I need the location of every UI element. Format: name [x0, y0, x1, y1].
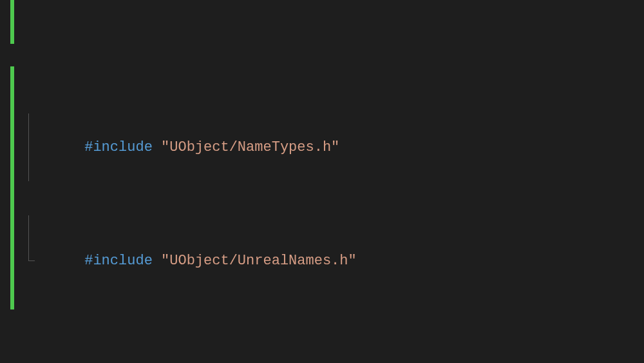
- diff-indicator-bar: [10, 0, 14, 44]
- code-line[interactable]: #include "UObject/NameTypes.h": [9, 136, 644, 159]
- include-path: "UObject/UnrealNames.h": [161, 253, 357, 269]
- code-line[interactable]: #include "UObject/UnrealNames.h": [9, 250, 644, 272]
- bracket-guide-end: [28, 260, 35, 261]
- gutter: [9, 215, 28, 306]
- gutter: [9, 113, 28, 182]
- bracket-guide: [28, 215, 29, 260]
- preprocessor-directive: #include: [84, 253, 153, 269]
- bracket-guide: [28, 113, 29, 182]
- preprocessor-directive: #include: [84, 139, 153, 155]
- include-path: "UObject/NameTypes.h": [161, 139, 339, 155]
- code-editor[interactable]: #include "UObject/NameTypes.h" #include …: [0, 0, 644, 363]
